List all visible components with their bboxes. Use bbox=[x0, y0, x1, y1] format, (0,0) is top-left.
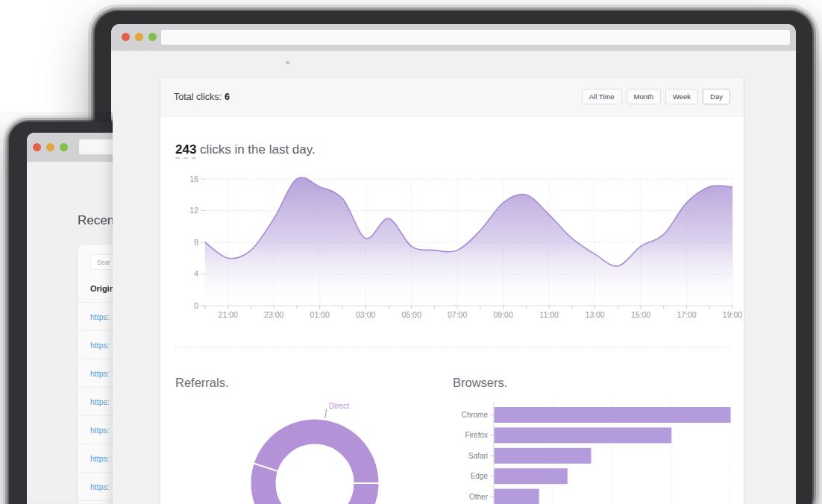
bar-chrome bbox=[495, 407, 731, 423]
back-window-strip: Recen Origin https:https:https:https:htt… bbox=[0, 112, 113, 504]
filter-button-month[interactable]: Month bbox=[627, 89, 661, 105]
referrals-section-title: Referrals. bbox=[175, 376, 229, 390]
direct-callout-line bbox=[325, 409, 327, 418]
recent-links-title: Recen bbox=[78, 213, 113, 228]
link-row[interactable]: https: bbox=[78, 501, 113, 504]
link-url[interactable]: https: bbox=[90, 454, 110, 463]
bar-label: Chrome bbox=[461, 411, 488, 419]
filter-button-all-time[interactable]: All Time bbox=[582, 89, 622, 105]
zoom-window-button[interactable] bbox=[148, 33, 157, 41]
svg-text:03:00: 03:00 bbox=[356, 310, 375, 319]
search-input[interactable] bbox=[90, 254, 113, 270]
link-url[interactable]: https: bbox=[90, 482, 110, 491]
close-window-button[interactable] bbox=[122, 33, 130, 41]
back-window-content: Recen Origin https:https:https:https:htt… bbox=[27, 133, 113, 504]
link-url[interactable]: https: bbox=[90, 369, 110, 378]
link-url[interactable]: https: bbox=[90, 397, 110, 406]
svg-text:17:00: 17:00 bbox=[677, 310, 696, 319]
svg-text:4: 4 bbox=[194, 269, 198, 278]
clicks-area-chart: 048121621:0023:0001:0003:0005:0007:0009:… bbox=[174, 173, 744, 322]
svg-text:16: 16 bbox=[189, 174, 198, 183]
browsers-section-title: Browsers. bbox=[453, 376, 507, 390]
donut-ring bbox=[263, 432, 366, 504]
link-row[interactable]: https: bbox=[78, 416, 113, 444]
section-divider bbox=[174, 347, 730, 347]
svg-text:23:00: 23:00 bbox=[264, 310, 283, 319]
bar-label: Safari bbox=[468, 452, 488, 460]
svg-text:21:00: 21:00 bbox=[219, 310, 238, 319]
front-titlebar bbox=[111, 24, 796, 51]
bar-label: Firefox bbox=[465, 431, 488, 439]
svg-text:0: 0 bbox=[194, 301, 198, 310]
svg-text:13:00: 13:00 bbox=[585, 310, 604, 319]
analytics-card: Total clicks: 6 All TimeMonthWeekDay 243… bbox=[160, 78, 744, 504]
bar-label: Other bbox=[469, 493, 489, 501]
dashboard-page: Total clicks: 6 All TimeMonthWeekDay 243… bbox=[111, 51, 796, 504]
svg-text:01:00: 01:00 bbox=[310, 310, 330, 319]
link-row[interactable]: https: bbox=[78, 331, 113, 359]
card-header: Total clicks: 6 All TimeMonthWeekDay bbox=[160, 78, 744, 116]
svg-text:19:00: 19:00 bbox=[723, 310, 742, 319]
link-url[interactable]: https: bbox=[90, 341, 110, 350]
link-url[interactable]: https: bbox=[90, 312, 110, 321]
bar-edge bbox=[495, 468, 568, 484]
front-browser-window: Total clicks: 6 All TimeMonthWeekDay 243… bbox=[95, 11, 812, 504]
back-minimize-window-button[interactable] bbox=[46, 143, 54, 151]
browsers-bar-chart: ChromeFirefoxSafariEdgeOther bbox=[453, 394, 744, 504]
svg-text:05:00: 05:00 bbox=[402, 310, 421, 319]
link-row[interactable]: https: bbox=[78, 444, 113, 473]
link-row[interactable]: https: bbox=[78, 473, 113, 501]
bar-safari bbox=[495, 448, 592, 464]
total-clicks-label: Total clicks: bbox=[174, 92, 222, 102]
original-url-column-header: Origin bbox=[90, 284, 113, 293]
svg-text:12: 12 bbox=[189, 206, 198, 215]
bar-firefox bbox=[495, 427, 672, 443]
time-filter-group: All TimeMonthWeekDay bbox=[582, 89, 730, 105]
clicks-count[interactable]: 243 bbox=[175, 142, 196, 159]
direct-slice-label: Direct bbox=[329, 401, 350, 410]
svg-text:07:00: 07:00 bbox=[448, 310, 467, 319]
link-row[interactable]: https: bbox=[78, 359, 113, 388]
back-window-controls bbox=[33, 143, 68, 151]
total-clicks-value: 6 bbox=[225, 92, 230, 102]
links-card: Origin https:https:https:https:https:htt… bbox=[78, 245, 113, 504]
back-browser-window: Recen Origin https:https:https:https:htt… bbox=[9, 122, 113, 504]
back-zoom-window-button[interactable] bbox=[60, 143, 68, 151]
clicks-headline-text: clicks in the last day. bbox=[196, 142, 315, 157]
filter-button-week[interactable]: Week bbox=[665, 89, 698, 105]
minimize-window-button[interactable] bbox=[135, 33, 143, 41]
svg-text:09:00: 09:00 bbox=[493, 310, 512, 319]
page-speck bbox=[286, 61, 289, 64]
links-page: Recen Origin https:https:https:https:htt… bbox=[27, 162, 113, 504]
address-bar[interactable] bbox=[161, 30, 790, 45]
referrals-donut-chart: Direct bbox=[160, 397, 474, 504]
link-url[interactable]: https: bbox=[90, 426, 110, 435]
links-table: https:https:https:https:https:https:http… bbox=[78, 302, 113, 504]
back-close-window-button[interactable] bbox=[33, 143, 41, 151]
svg-text:8: 8 bbox=[194, 238, 198, 247]
svg-text:15:00: 15:00 bbox=[631, 310, 650, 319]
front-window-content: Total clicks: 6 All TimeMonthWeekDay 243… bbox=[111, 24, 796, 504]
back-titlebar bbox=[27, 133, 113, 162]
bar-label: Edge bbox=[471, 472, 489, 480]
link-row[interactable]: https: bbox=[78, 303, 113, 331]
link-row[interactable]: https: bbox=[78, 388, 113, 416]
filter-button-day[interactable]: Day bbox=[703, 89, 730, 105]
svg-text:11:00: 11:00 bbox=[539, 310, 559, 319]
screenshot-canvas: { "front_window": { "header": { "total_l… bbox=[0, 0, 822, 504]
window-controls bbox=[122, 33, 157, 41]
bar-other bbox=[495, 489, 539, 504]
back-address-bar[interactable] bbox=[79, 139, 113, 154]
clicks-headline: 243 clicks in the last day. bbox=[175, 142, 316, 157]
